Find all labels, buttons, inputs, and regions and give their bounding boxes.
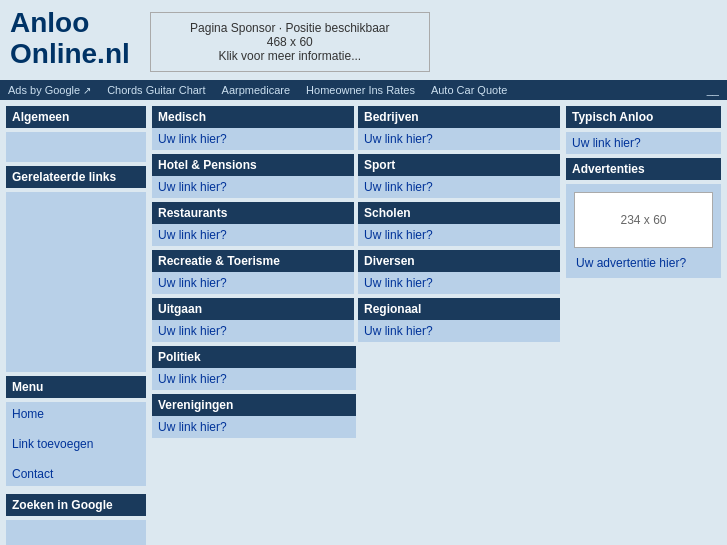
algemeen-body bbox=[6, 132, 146, 162]
advertenties-body: 234 x 60 Uw advertentie hier? bbox=[566, 184, 721, 278]
scholen-link[interactable]: Uw link hier? bbox=[364, 228, 433, 242]
row-4: Recreatie & Toerisme Uw link hier? Diver… bbox=[152, 250, 560, 294]
advertenties-header: Advertenties bbox=[566, 158, 721, 180]
menu-body: Home Link toevoegen Contact bbox=[6, 402, 146, 486]
medisch-body: Uw link hier? bbox=[152, 128, 354, 150]
cat-recreatie: Recreatie & Toerisme Uw link hier? bbox=[152, 250, 354, 294]
gerelateerde-body bbox=[6, 192, 146, 372]
recreatie-header: Recreatie & Toerisme bbox=[152, 250, 354, 272]
scholen-body: Uw link hier? bbox=[358, 224, 560, 246]
adbar: Ads by Google ↗ Chords Guitar Chart Aarp… bbox=[0, 80, 727, 100]
ads-label: Ads by Google bbox=[8, 84, 80, 96]
regionaal-link[interactable]: Uw link hier? bbox=[364, 324, 433, 338]
politiek-header: Politiek bbox=[152, 346, 356, 368]
verenigingen-header: Verenigingen bbox=[152, 394, 356, 416]
algemeen-header: Algemeen bbox=[6, 106, 146, 128]
restaurants-body: Uw link hier? bbox=[152, 224, 354, 246]
regionaal-body: Uw link hier? bbox=[358, 320, 560, 342]
cat-restaurants: Restaurants Uw link hier? bbox=[152, 202, 354, 246]
right-sidebar: Typisch Anloo Uw link hier? Advertenties… bbox=[566, 106, 721, 545]
bedrijven-body: Uw link hier? bbox=[358, 128, 560, 150]
hotel-link[interactable]: Uw link hier? bbox=[158, 180, 227, 194]
typisch-header: Typisch Anloo bbox=[566, 106, 721, 128]
uitgaan-body: Uw link hier? bbox=[152, 320, 354, 342]
cat-diversen: Diversen Uw link hier? bbox=[358, 250, 560, 294]
header: Anloo Online.nl Pagina Sponsor · Positie… bbox=[0, 0, 727, 80]
hotel-header: Hotel & Pensions bbox=[152, 154, 354, 176]
row-2: Hotel & Pensions Uw link hier? Sport Uw … bbox=[152, 154, 560, 198]
logo: Anloo Online.nl bbox=[10, 8, 130, 70]
uitgaan-header: Uitgaan bbox=[152, 298, 354, 320]
gerelateerde-header: Gerelateerde links bbox=[6, 166, 146, 188]
regionaal-header: Regionaal bbox=[358, 298, 560, 320]
row-1: Medisch Uw link hier? Bedrijven Uw link … bbox=[152, 106, 560, 150]
adbar-link-1[interactable]: Chords Guitar Chart bbox=[107, 84, 205, 96]
cat-hotel: Hotel & Pensions Uw link hier? bbox=[152, 154, 354, 198]
logo-line1: Anloo bbox=[10, 8, 130, 39]
typisch-link[interactable]: Uw link hier? bbox=[572, 136, 641, 150]
row-6: Politiek Uw link hier? bbox=[152, 346, 560, 390]
ad-link[interactable]: Uw advertentie hier? bbox=[576, 256, 686, 270]
bedrijven-link[interactable]: Uw link hier? bbox=[364, 132, 433, 146]
logo-line2: Online.nl bbox=[10, 39, 130, 70]
medisch-header: Medisch bbox=[152, 106, 354, 128]
sport-header: Sport bbox=[358, 154, 560, 176]
restaurants-link[interactable]: Uw link hier? bbox=[158, 228, 227, 242]
medisch-link[interactable]: Uw link hier? bbox=[158, 132, 227, 146]
scholen-header: Scholen bbox=[358, 202, 560, 224]
bedrijven-header: Bedrijven bbox=[358, 106, 560, 128]
verenigingen-body: Uw link hier? bbox=[152, 416, 356, 438]
ad-box[interactable]: 234 x 60 bbox=[574, 192, 713, 248]
sponsor-line2: 468 x 60 bbox=[171, 35, 409, 49]
cat-medisch: Medisch Uw link hier? bbox=[152, 106, 354, 150]
recreatie-body: Uw link hier? bbox=[152, 272, 354, 294]
zoeken-header: Zoeken in Google bbox=[6, 494, 146, 516]
sport-link[interactable]: Uw link hier? bbox=[364, 180, 433, 194]
cat-scholen: Scholen Uw link hier? bbox=[358, 202, 560, 246]
diversen-header: Diversen bbox=[358, 250, 560, 272]
politiek-body: Uw link hier? bbox=[152, 368, 356, 390]
zoeken-body bbox=[6, 520, 146, 545]
adbar-separator: __ bbox=[707, 84, 719, 96]
ad-size: 234 x 60 bbox=[620, 213, 666, 227]
cat-bedrijven: Bedrijven Uw link hier? bbox=[358, 106, 560, 150]
sidebar: Algemeen Gerelateerde links Menu Home Li… bbox=[6, 106, 146, 545]
sport-body: Uw link hier? bbox=[358, 176, 560, 198]
sponsor-box[interactable]: Pagina Sponsor · Positie beschikbaar 468… bbox=[150, 12, 430, 72]
politiek-link[interactable]: Uw link hier? bbox=[158, 372, 227, 386]
ads-by-google: Ads by Google ↗ bbox=[8, 84, 91, 96]
row-3: Restaurants Uw link hier? Scholen Uw lin… bbox=[152, 202, 560, 246]
cat-sport: Sport Uw link hier? bbox=[358, 154, 560, 198]
typisch-body: Uw link hier? bbox=[566, 132, 721, 154]
cat-politiek: Politiek Uw link hier? bbox=[152, 346, 356, 390]
sponsor-line1: Pagina Sponsor · Positie beschikbaar bbox=[171, 21, 409, 35]
cat-regionaal: Regionaal Uw link hier? bbox=[358, 298, 560, 342]
row-5: Uitgaan Uw link hier? Regionaal Uw link … bbox=[152, 298, 560, 342]
cat-uitgaan: Uitgaan Uw link hier? bbox=[152, 298, 354, 342]
content: Medisch Uw link hier? Bedrijven Uw link … bbox=[152, 106, 560, 545]
hotel-body: Uw link hier? bbox=[152, 176, 354, 198]
external-icon: ↗ bbox=[83, 85, 91, 96]
adbar-link-3[interactable]: Homeowner Ins Rates bbox=[306, 84, 415, 96]
adbar-link-2[interactable]: Aarpmedicare bbox=[222, 84, 290, 96]
menu-link-home[interactable]: Home bbox=[12, 406, 140, 422]
main: Algemeen Gerelateerde links Menu Home Li… bbox=[0, 100, 727, 545]
adbar-link-4[interactable]: Auto Car Quote bbox=[431, 84, 507, 96]
sponsor-line3: Klik voor meer informatie... bbox=[171, 49, 409, 63]
verenigingen-link[interactable]: Uw link hier? bbox=[158, 420, 227, 434]
row-7: Verenigingen Uw link hier? bbox=[152, 394, 560, 438]
diversen-body: Uw link hier? bbox=[358, 272, 560, 294]
uitgaan-link[interactable]: Uw link hier? bbox=[158, 324, 227, 338]
menu-header: Menu bbox=[6, 376, 146, 398]
menu-link-add[interactable]: Link toevoegen bbox=[12, 436, 140, 452]
restaurants-header: Restaurants bbox=[152, 202, 354, 224]
diversen-link[interactable]: Uw link hier? bbox=[364, 276, 433, 290]
recreatie-link[interactable]: Uw link hier? bbox=[158, 276, 227, 290]
menu-link-contact[interactable]: Contact bbox=[12, 466, 140, 482]
cat-verenigingen: Verenigingen Uw link hier? bbox=[152, 394, 356, 438]
